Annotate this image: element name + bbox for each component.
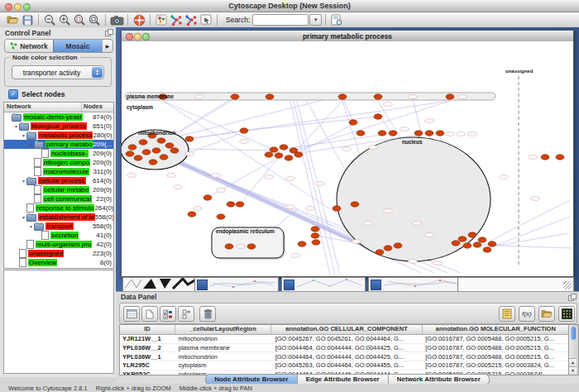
network-node[interactable] (142, 150, 151, 155)
network-node[interactable] (374, 94, 382, 99)
network-node[interactable] (463, 243, 471, 248)
network-node[interactable] (378, 131, 386, 136)
tree-row[interactable]: ▼biological_process651(0) (4, 122, 113, 131)
select-nodes-checkbox[interactable]: ✓ (8, 89, 18, 99)
network-node[interactable] (134, 155, 142, 160)
network-node[interactable] (126, 151, 134, 156)
network-node[interactable] (468, 232, 476, 237)
network-node[interactable] (389, 131, 397, 136)
network-node[interactable] (338, 94, 347, 99)
network-node[interactable] (436, 131, 444, 136)
search-input[interactable] (252, 14, 309, 26)
tree-column-nodes[interactable]: Nodes (82, 103, 113, 112)
open-file-icon[interactable] (5, 13, 20, 26)
network-node[interactable] (458, 237, 467, 241)
window-titlebar[interactable]: Cytoscape Desktop (New Session) (0, 0, 579, 12)
import-folder-icon[interactable] (538, 306, 555, 322)
network-node[interactable] (384, 246, 392, 251)
network-node[interactable] (165, 143, 174, 148)
network-graph[interactable]: plasma membrane cytoplasm mitochondrion … (122, 41, 573, 275)
network-node[interactable] (149, 160, 157, 165)
network-node[interactable] (188, 212, 196, 217)
snapshot-camera-icon[interactable] (109, 13, 124, 26)
network-node[interactable] (446, 94, 454, 99)
tree-row[interactable]: ▼metabolic process280(0) (4, 131, 113, 140)
unselect-attributes-icon[interactable] (178, 306, 194, 322)
zoom-in-icon[interactable] (57, 13, 72, 26)
tab-network[interactable]: Network (5, 40, 53, 52)
network-node[interactable] (478, 237, 486, 242)
select-attributes-icon[interactable] (160, 306, 176, 322)
network-view-window[interactable]: primary metabolic process (121, 30, 574, 277)
scrollbar-thumb[interactable] (571, 327, 576, 340)
tree-row[interactable]: cell communicat22(0) (4, 194, 113, 203)
background-window-5[interactable] (457, 277, 574, 292)
plasma-membrane-region[interactable] (125, 93, 495, 100)
table-row[interactable]: YPL036W__1mitochondrion[GO:0044464, GO:0… (120, 352, 570, 361)
table-row[interactable]: YLR295Ccytoplasm[GO:0045263, GO:0044464,… (120, 361, 570, 370)
network-node[interactable] (285, 155, 293, 160)
network-node[interactable] (483, 247, 491, 252)
network-node[interactable] (240, 128, 248, 133)
network-node[interactable] (333, 206, 341, 211)
birdseye-view-panel[interactable] (3, 270, 114, 374)
more-tabs-arrow-icon[interactable]: ▶ (102, 40, 112, 52)
matrix-icon[interactable] (558, 306, 575, 322)
network-node[interactable] (488, 241, 496, 246)
layout-icon-2[interactable] (184, 13, 199, 26)
network-node[interactable] (311, 233, 319, 238)
tab-mosaic[interactable]: Mosaic (53, 40, 102, 52)
network-node[interactable] (376, 250, 384, 255)
network-node[interactable] (227, 202, 235, 207)
tree-row[interactable]: nucleobase-209(0) (4, 149, 113, 158)
network-node[interactable] (139, 140, 147, 145)
network-node[interactable] (231, 94, 239, 99)
float-data-panel-icon[interactable] (568, 294, 576, 300)
network-node[interactable] (394, 243, 402, 248)
network-node[interactable] (225, 244, 233, 249)
expand-arrow-icon[interactable]: ▼ (13, 124, 19, 129)
network-node[interactable] (152, 148, 160, 153)
layout-icon-1[interactable] (169, 13, 184, 26)
vizmapper-icon[interactable] (154, 13, 169, 26)
network-node[interactable] (203, 195, 212, 200)
zoom-selected-icon[interactable] (72, 13, 87, 26)
network-node[interactable] (266, 94, 274, 99)
network-node[interactable] (185, 136, 194, 141)
network-node[interactable] (556, 155, 564, 160)
trash-icon[interactable] (199, 306, 216, 322)
table-scrollbar[interactable]: ▲ ▼ (568, 324, 579, 375)
zoom-fit-icon[interactable] (87, 13, 102, 26)
tree-row[interactable]: ▼transport558(0) (4, 222, 113, 231)
tree-column-network[interactable]: Network (4, 103, 82, 112)
network-node[interactable] (217, 214, 225, 219)
attribute-table-icon[interactable] (123, 306, 140, 322)
network-node[interactable] (170, 148, 179, 153)
network-node[interactable] (294, 152, 303, 157)
function-builder-icon[interactable]: f(x) (519, 306, 535, 322)
network-window-titlebar[interactable]: primary metabolic process (122, 31, 573, 42)
tree-row[interactable]: response to stimulu264(0) (4, 203, 113, 213)
tree-row[interactable]: ▼primary metabo209(... (4, 140, 113, 149)
node-color-attribute-select[interactable]: transporter activity ▲▼ (12, 65, 104, 79)
new-page-icon[interactable] (141, 306, 158, 322)
network-node[interactable] (374, 114, 382, 119)
resize-grip-icon[interactable] (562, 280, 572, 289)
background-window-2[interactable] (194, 277, 279, 292)
table-row[interactable]: YJR121W__1mitochondrion[GO:0045267, GO:0… (120, 335, 570, 344)
network-node[interactable] (452, 241, 460, 246)
tree-row[interactable]: unassigned223(0) (4, 249, 113, 258)
network-node[interactable] (270, 147, 278, 152)
network-node[interactable] (425, 131, 433, 136)
tree-row[interactable]: Overview8(0) (4, 258, 113, 267)
background-window-3[interactable] (281, 277, 366, 292)
network-node[interactable] (265, 152, 273, 157)
network-node[interactable] (236, 202, 244, 207)
expand-arrow-icon[interactable]: ▼ (21, 215, 26, 220)
network-node[interactable] (351, 202, 359, 207)
network-node[interactable] (160, 155, 168, 160)
tree-row[interactable]: ▼establishment of lo558(0) (4, 213, 113, 222)
tree-row[interactable]: secretion41(0) (4, 231, 113, 240)
expand-arrow-icon[interactable]: ▼ (21, 179, 26, 184)
save-session-icon[interactable] (20, 13, 35, 26)
